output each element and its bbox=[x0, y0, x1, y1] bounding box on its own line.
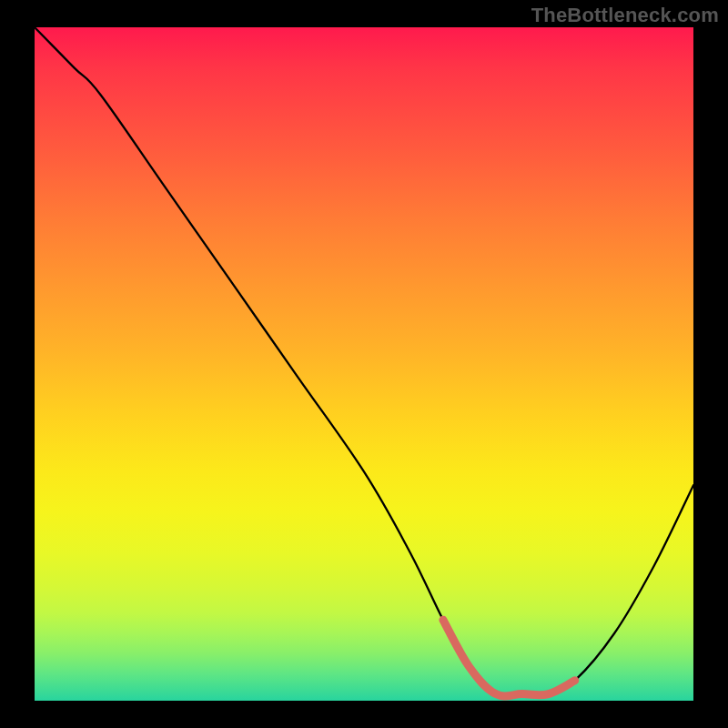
highlight-flat-region-path bbox=[443, 620, 575, 696]
bottleneck-curve-path bbox=[35, 27, 693, 696]
curve-svg bbox=[35, 27, 693, 701]
watermark-label: TheBottleneck.com bbox=[531, 4, 719, 27]
chart-container: TheBottleneck.com bbox=[0, 0, 728, 728]
plot-area bbox=[35, 27, 693, 701]
